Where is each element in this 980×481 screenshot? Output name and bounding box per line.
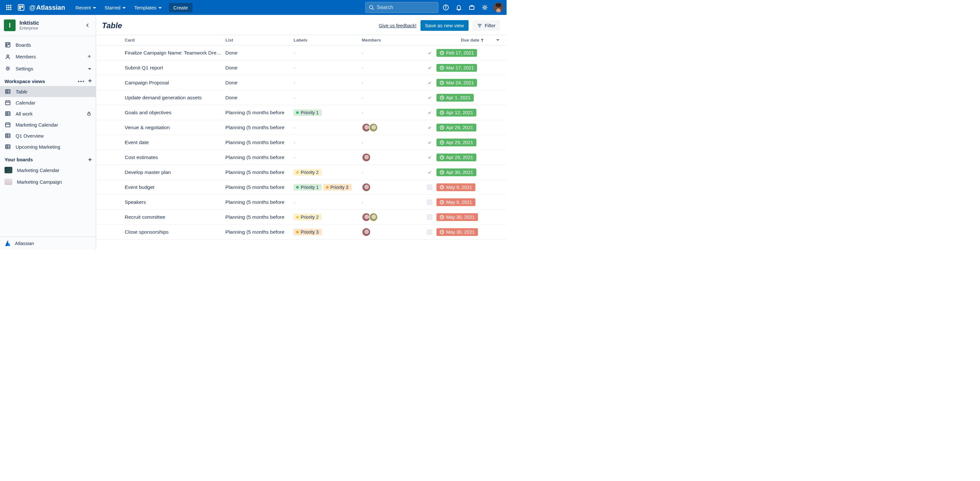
view-item-all-work[interactable]: All work [0,108,96,119]
list-name[interactable]: Done [225,50,294,56]
view-item-upcoming-marketing[interactable]: Upcoming Marketing [0,141,96,152]
trello-home-button[interactable] [16,2,27,13]
due-complete-check[interactable] [427,184,433,190]
sidebar-item-members[interactable]: Members+ [0,50,96,63]
due-date-badge[interactable]: Apr 29, 2021 [436,138,476,146]
boards-add-button[interactable]: + [88,157,92,162]
views-more-button[interactable]: ••• [78,79,85,84]
card-title[interactable]: Update demand generation assets [125,95,225,101]
due-complete-check[interactable] [427,110,433,116]
feedback-link[interactable]: Give us feedback! [379,23,417,28]
view-item-marketing-calendar[interactable]: Marketing Calendar [0,119,96,130]
col-card[interactable]: Card [125,38,225,43]
due-complete-check[interactable] [427,170,433,175]
chevron-down-icon[interactable] [88,66,91,71]
view-item-calendar[interactable]: Calendar [0,97,96,108]
due-complete-check[interactable] [427,229,433,235]
card-title[interactable]: Event budget [125,184,225,190]
boards-button[interactable] [466,2,477,13]
due-date-badge[interactable]: May 30, 2021 [436,228,478,236]
table-row[interactable]: Develop master planPlanning (5 months be… [96,165,507,180]
table-row[interactable]: Event budgetPlanning (5 months beforePri… [96,180,507,195]
list-name[interactable]: Planning (5 months before [225,170,294,175]
member-avatar[interactable] [362,183,371,192]
nav-menu-starred[interactable]: Starred [101,3,130,12]
table-row[interactable]: Submit Q1 reportDone··Mar 17, 2021 [96,60,507,75]
column-menu-button[interactable] [496,38,500,43]
card-title[interactable]: Develop master plan [125,170,225,175]
due-date-badge[interactable]: Mar 24, 2021 [436,79,477,87]
due-complete-check[interactable] [427,50,433,56]
due-date-badge[interactable]: Apr 1, 2021 [436,94,474,102]
due-complete-check[interactable] [427,199,433,205]
card-title[interactable]: Goals and objectives [125,110,225,116]
member-avatar[interactable] [362,153,371,162]
due-date-badge[interactable]: Apr 29, 2021 [436,124,476,132]
sidebar-item-boards[interactable]: Boards [0,39,96,50]
board-item-marketing-campaign[interactable]: Marketing Campaign [0,176,96,187]
save-view-button[interactable]: Save as new view [420,20,469,31]
due-date-badge[interactable]: Apr 30, 2021 [436,168,476,176]
due-date-badge[interactable]: Apr 29, 2021 [436,154,476,161]
card-title[interactable]: Event date [125,140,225,145]
due-complete-check[interactable] [427,140,433,145]
due-complete-check[interactable] [427,214,433,220]
sidebar-footer[interactable]: Atlassian [0,237,96,250]
label-p2[interactable]: Priority 2 [294,169,322,176]
list-name[interactable]: Done [225,80,294,86]
card-title[interactable]: Submit Q1 report [125,65,225,71]
search-input[interactable]: Search [365,2,438,13]
view-item-table[interactable]: Table [0,86,96,97]
due-complete-check[interactable] [427,80,433,86]
list-name[interactable]: Planning (5 months before [225,125,294,130]
member-avatar[interactable] [369,213,378,222]
table-row[interactable]: Finalize Campaign Name: Teamwork Dream W… [96,46,507,60]
notifications-button[interactable] [453,2,465,13]
due-complete-check[interactable] [427,154,433,160]
due-date-badge[interactable]: May 9, 2021 [436,198,476,206]
create-button[interactable]: Create [169,3,192,12]
card-title[interactable]: Close sponsorships [125,229,225,235]
col-due-date[interactable]: Due date [461,38,484,43]
col-list[interactable]: List [225,38,294,43]
list-name[interactable]: Planning (5 months before [225,184,294,190]
label-p3[interactable]: Priority 3 [323,184,352,190]
view-item-q1-overview[interactable]: Q1 Overview [0,130,96,141]
apps-switcher-button[interactable] [3,2,14,13]
info-button[interactable] [440,2,451,13]
settings-button[interactable] [479,2,490,13]
col-labels[interactable]: Labels [294,38,362,43]
plus-icon[interactable]: + [88,53,91,60]
card-title[interactable]: Campaign Proposal [125,80,225,86]
user-avatar[interactable] [493,3,503,12]
table-row[interactable]: Goals and objectivesPlanning (5 months b… [96,105,507,120]
list-name[interactable]: Planning (5 months before [225,140,294,145]
views-add-button[interactable]: + [88,79,92,84]
card-title[interactable]: Venue & negotiation [125,125,225,130]
table-row[interactable]: Campaign ProposalDone··Mar 24, 2021 [96,75,507,90]
table-row[interactable]: Recruit committeePlanning (5 months befo… [96,210,507,225]
collapse-sidebar-button[interactable] [83,21,92,30]
table-row[interactable]: Venue & negotiationPlanning (5 months be… [96,120,507,135]
board-item-marketing-calendar[interactable]: Marketing Calendar [0,164,96,176]
label-p1[interactable]: Priority 1 [294,110,322,116]
table-row[interactable]: Close sponsorshipsPlanning (5 months bef… [96,225,507,240]
label-p2[interactable]: Priority 2 [294,214,322,221]
card-title[interactable]: Speakers [125,199,225,205]
list-name[interactable]: Planning (5 months before [225,154,294,160]
due-date-badge[interactable]: May 9, 2021 [436,183,476,191]
table-row[interactable]: Event datePlanning (5 months before··Apr… [96,135,507,150]
table-row[interactable]: SpeakersPlanning (5 months before··May 9… [96,195,507,210]
card-title[interactable]: Cost estimates [125,154,225,160]
brand-label[interactable]: @Atlassian [29,4,65,11]
label-p1[interactable]: Priority 1 [294,184,322,190]
due-complete-check[interactable] [427,65,433,71]
due-date-badge[interactable]: Mar 17, 2021 [436,64,477,72]
table-row[interactable]: Cost estimatesPlanning (5 months before·… [96,150,507,165]
list-name[interactable]: Done [225,95,294,101]
due-date-badge[interactable]: Apr 12, 2021 [436,109,476,116]
sidebar-item-settings[interactable]: Settings [0,63,96,74]
nav-menu-templates[interactable]: Templates [130,3,165,12]
due-date-badge[interactable]: May 30, 2021 [436,213,478,221]
nav-menu-recent[interactable]: Recent [72,3,100,12]
